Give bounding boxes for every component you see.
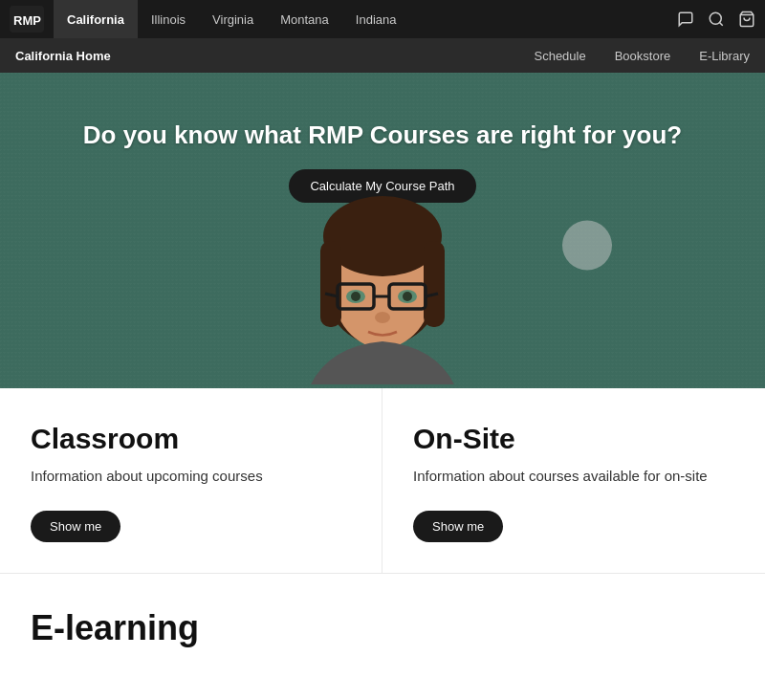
svg-point-2 [710,12,721,24]
cart-icon[interactable] [738,11,755,28]
search-icon[interactable] [708,11,725,28]
svg-point-19 [375,312,390,323]
svg-rect-9 [424,241,445,327]
hero-section: Do you know what RMP Courses are right f… [0,73,765,388]
svg-line-3 [719,22,722,25]
onsite-description: Information about courses available for … [413,466,734,488]
classroom-description: Information about upcoming courses [31,466,351,488]
top-nav-icons [677,11,755,28]
nav-link-montana[interactable]: Montana [267,0,342,38]
secondary-nav-schedule[interactable]: Schedule [534,49,585,63]
elearning-section: E-learning [0,574,765,648]
nav-link-california[interactable]: California [54,0,138,38]
svg-point-18 [403,292,412,301]
svg-point-17 [351,292,361,301]
classroom-card: Classroom Information about upcoming cou… [0,388,382,574]
nav-link-illinois[interactable]: Illinois [138,0,199,38]
cards-section: Classroom Information about upcoming cou… [0,388,765,574]
hero-image [273,184,492,388]
onsite-card: On-Site Information about courses availa… [382,388,765,574]
secondary-nav-elibrary[interactable]: E-Library [699,49,750,63]
classroom-title: Classroom [31,423,351,454]
nav-link-indiana[interactable]: Indiana [342,0,410,38]
hero-decorative-circle [562,221,612,271]
classroom-show-button[interactable]: Show me [31,511,120,542]
secondary-nav-bookstore[interactable]: Bookstore [615,49,671,63]
rmp-logo[interactable]: RMP [10,6,44,33]
svg-text:RMP: RMP [13,13,41,28]
onsite-show-button[interactable]: Show me [413,511,503,542]
secondary-navigation: California Home Schedule Bookstore E-Lib… [0,38,765,73]
secondary-nav-home[interactable]: California Home [15,49,111,63]
onsite-title: On-Site [413,423,734,454]
secondary-nav-links: Schedule Bookstore E-Library [534,49,750,63]
hero-title: Do you know what RMP Courses are right f… [83,120,682,150]
elearning-title: E-learning [31,608,734,648]
top-navigation: RMP California Illinois Virginia Montana… [0,0,765,38]
chat-icon[interactable] [677,11,694,28]
nav-link-virginia[interactable]: Virginia [199,0,267,38]
top-nav-links: California Illinois Virginia Montana Ind… [54,0,677,38]
